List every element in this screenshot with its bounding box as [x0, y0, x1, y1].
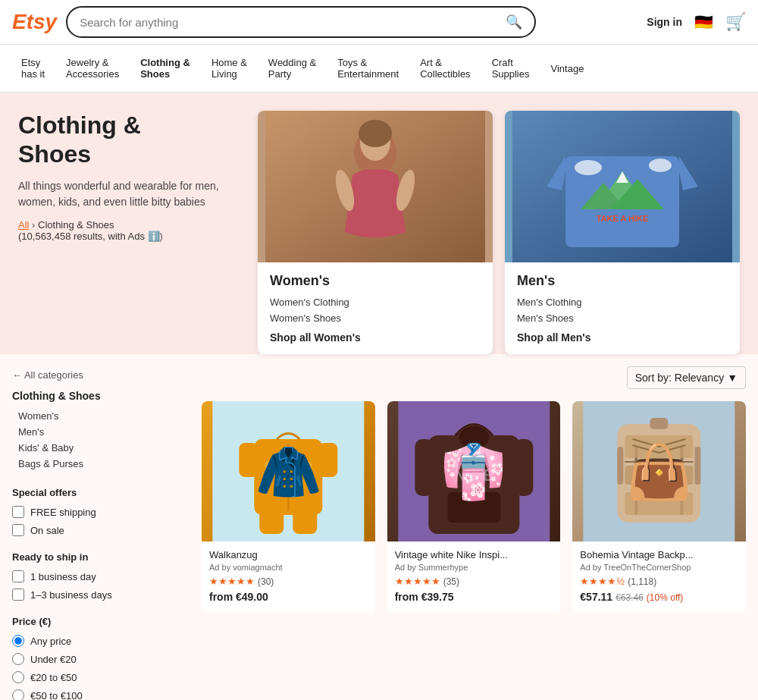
svg-rect-22	[293, 507, 317, 534]
product-ad-backpack: Ad by TreeOnTheCornerShop	[580, 563, 738, 572]
price-any-radio[interactable]	[12, 635, 24, 647]
main-nav: Etsy has it Jewelry & Accessories Clothi…	[0, 45, 758, 93]
free-shipping-filter[interactable]: FREE shipping	[12, 506, 177, 518]
sidebar-item-mens[interactable]: Men's	[12, 424, 177, 440]
ship-3-days-checkbox[interactable]	[12, 589, 24, 601]
on-sale-checkbox[interactable]	[12, 524, 24, 536]
product-stars-backpack: ★★★★½ (1,118)	[580, 576, 738, 587]
product-price-nike: from €39.75	[395, 591, 454, 603]
on-sale-label: On sale	[30, 525, 64, 536]
sign-in-button[interactable]: Sign in	[647, 16, 682, 28]
svg-rect-38	[625, 435, 694, 458]
breadcrumb-current: Clothing & Shoes	[38, 219, 114, 231]
svg-rect-30	[415, 439, 434, 496]
price-row-backpack: €57.11 €63.46 (10% off)	[580, 591, 738, 603]
svg-point-27	[459, 426, 489, 449]
hero-section: Clothing &Shoes All things wonderful and…	[0, 93, 758, 354]
breadcrumb-all[interactable]: All	[18, 219, 29, 231]
price-50-100-radio[interactable]	[12, 689, 24, 700]
mens-card-title: Men's	[517, 273, 728, 289]
price-20-50-label: €20 to €50	[30, 672, 77, 683]
price-row-walkanzug: from €49.00	[209, 591, 368, 603]
ship-1-day-filter[interactable]: 1 business day	[12, 570, 177, 582]
search-icon[interactable]: 🔍	[506, 14, 522, 30]
breadcrumb: All › Clothing & Shoes (10,563,458 resul…	[18, 219, 246, 242]
nav-item-wedding[interactable]: Wedding & Party	[259, 51, 325, 86]
search-input[interactable]	[80, 16, 500, 29]
product-image-walkanzug	[202, 401, 375, 541]
main-content: ← All categories Clothing & Shoes Women'…	[0, 354, 758, 700]
mens-category-card[interactable]: TAKE A HIKE Men's Men's Clothing Men's S…	[505, 111, 740, 354]
product-card-backpack[interactable]: Bohemia Vintage Backp... Ad by TreeOnThe…	[572, 401, 746, 612]
sort-label: Sort by: Relevancy	[635, 372, 725, 384]
nav-item-craft[interactable]: Craft Supplies	[483, 51, 539, 86]
stars-icon-nike: ★★★★★	[395, 576, 440, 587]
svg-rect-43	[695, 447, 701, 485]
product-stars-walkanzug: ★★★★★ (30)	[209, 576, 368, 587]
review-count-nike: (35)	[443, 576, 459, 587]
mens-shoes-link[interactable]: Men's Shoes	[517, 312, 728, 324]
nav-item-clothing[interactable]: Clothing & Shoes	[131, 51, 199, 86]
nav-item-vintage[interactable]: Vintage	[542, 57, 594, 80]
svg-rect-20	[318, 443, 337, 477]
all-categories-link[interactable]: ← All categories	[12, 369, 177, 381]
price-20-50-filter[interactable]: €20 to €50	[12, 671, 177, 683]
price-row-nike: from €39.75	[395, 591, 553, 603]
review-count-walkanzug: (30)	[258, 576, 274, 587]
sidebar-item-womens[interactable]: Women's	[12, 408, 177, 424]
nav-item-toys[interactable]: Toys & Entertainment	[328, 51, 408, 86]
product-name-backpack: Bohemia Vintage Backp...	[580, 549, 738, 560]
shop-all-mens-link[interactable]: Shop all Men's	[517, 331, 728, 344]
price-any-filter[interactable]: Any price	[12, 635, 177, 647]
product-card-walkanzug[interactable]: Walkanzug Ad by vomiagmacht ★★★★★ (30) f…	[202, 401, 375, 612]
sidebar-item-bags[interactable]: Bags & Purses	[12, 456, 177, 472]
help-icon[interactable]: ℹ️	[148, 231, 160, 242]
cart-icon[interactable]: 🛒	[725, 12, 746, 32]
mens-clothing-link[interactable]: Men's Clothing	[517, 297, 728, 308]
svg-point-24	[302, 461, 312, 470]
sidebar: ← All categories Clothing & Shoes Women'…	[0, 354, 190, 700]
ship-1-day-label: 1 business day	[30, 571, 96, 582]
svg-point-23	[265, 461, 274, 470]
language-flag-icon[interactable]: 🇩🇪	[694, 13, 713, 31]
ship-3-days-label: 1–3 business days	[30, 589, 112, 601]
womens-clothing-link[interactable]: Women's Clothing	[270, 297, 481, 308]
product-body-backpack: Bohemia Vintage Backp... Ad by TreeOnThe…	[572, 541, 746, 612]
product-stars-nike: ★★★★★ (35)	[395, 576, 553, 587]
price-filter-section: Price (€) Any price Under €20 €20 to €50…	[12, 616, 177, 700]
price-50-100-filter[interactable]: €50 to €100	[12, 689, 177, 700]
svg-rect-19	[239, 443, 258, 477]
product-card-nike[interactable]: NIKE Vintage white Nike Inspi... Ad by S…	[387, 401, 561, 612]
price-under20-radio[interactable]	[12, 653, 24, 665]
price-under20-filter[interactable]: Under €20	[12, 653, 177, 665]
nav-item-etsy-has-it[interactable]: Etsy has it	[12, 51, 54, 86]
womens-category-card[interactable]: Women's Women's Clothing Women's Shoes S…	[258, 111, 493, 354]
hero-description: All things wonderful and wearable for me…	[18, 178, 246, 210]
shop-all-womens-link[interactable]: Shop all Women's	[270, 331, 481, 344]
ship-3-days-filter[interactable]: 1–3 business days	[12, 589, 177, 601]
svg-rect-21	[259, 507, 283, 534]
search-bar: 🔍	[66, 6, 536, 38]
price-20-50-radio[interactable]	[12, 671, 24, 683]
product-image-nike: NIKE	[387, 401, 561, 541]
etsy-logo[interactable]: Etsy	[12, 10, 57, 34]
product-body-nike: Vintage white Nike Inspi... Ad by Summer…	[387, 541, 561, 612]
products-area: Sort by: Relevancy ▼	[190, 354, 758, 700]
sort-dropdown[interactable]: Sort by: Relevancy ▼	[627, 366, 746, 389]
product-name-nike: Vintage white Nike Inspi...	[395, 549, 553, 560]
header-actions: Sign in 🇩🇪 🛒	[647, 12, 746, 32]
sort-bar: Sort by: Relevancy ▼	[202, 366, 746, 389]
product-discount-backpack: (10% off)	[647, 592, 683, 603]
hero-images: Women's Women's Clothing Women's Shoes S…	[258, 111, 740, 354]
free-shipping-checkbox[interactable]	[12, 506, 24, 518]
results-text: (10,563,458 results, with Ads	[18, 231, 145, 242]
womens-shoes-link[interactable]: Women's Shoes	[270, 312, 481, 324]
womens-card-body: Women's Women's Clothing Women's Shoes S…	[258, 262, 493, 354]
nav-item-art[interactable]: Art & Collectibles	[411, 51, 479, 86]
nav-item-home[interactable]: Home & Living	[202, 51, 256, 86]
ready-to-ship-section: Ready to ship in 1 business day 1–3 busi…	[12, 551, 177, 601]
nav-item-jewelry[interactable]: Jewelry & Accessories	[57, 51, 128, 86]
on-sale-filter[interactable]: On sale	[12, 524, 177, 536]
ship-1-day-checkbox[interactable]	[12, 570, 24, 582]
sidebar-item-kids[interactable]: Kids' & Baby	[12, 440, 177, 456]
